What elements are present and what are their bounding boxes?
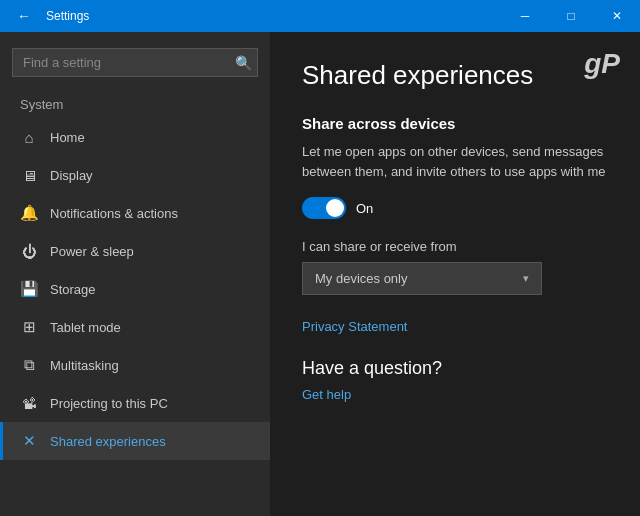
sidebar-item-label: Multitasking xyxy=(50,358,119,373)
maximize-icon: □ xyxy=(567,9,574,23)
sidebar-item-label: Notifications & actions xyxy=(50,206,178,221)
sidebar-item-multitasking[interactable]: ⧉ Multitasking xyxy=(0,346,270,384)
privacy-link[interactable]: Privacy Statement xyxy=(302,319,608,334)
app-body: 🔍 System ⌂ Home 🖥 Display 🔔 Notification… xyxy=(0,32,640,516)
titlebar: ← Settings ─ □ ✕ xyxy=(0,0,640,32)
toggle-label: On xyxy=(356,201,373,216)
shared-icon: ✕ xyxy=(20,432,38,450)
toggle-knob xyxy=(326,199,344,217)
system-label: System xyxy=(0,93,270,118)
have-question-heading: Have a question? xyxy=(302,358,608,379)
projecting-icon: 📽 xyxy=(20,394,38,412)
minimize-icon: ─ xyxy=(521,9,530,23)
devices-dropdown[interactable]: My devices only ▾ xyxy=(302,262,542,295)
section1-desc: Let me open apps on other devices, send … xyxy=(302,142,608,181)
maximize-button[interactable]: □ xyxy=(548,0,594,32)
share-toggle[interactable] xyxy=(302,197,346,219)
toggle-row: On xyxy=(302,197,608,219)
close-icon: ✕ xyxy=(612,9,622,23)
sidebar-item-label: Projecting to this PC xyxy=(50,396,168,411)
sidebar-item-label: Home xyxy=(50,130,85,145)
minimize-button[interactable]: ─ xyxy=(502,0,548,32)
sidebar-item-label: Tablet mode xyxy=(50,320,121,335)
sidebar-item-projecting[interactable]: 📽 Projecting to this PC xyxy=(0,384,270,422)
sidebar-item-home[interactable]: ⌂ Home xyxy=(0,118,270,156)
multitasking-icon: ⧉ xyxy=(20,356,38,374)
share-from-label: I can share or receive from xyxy=(302,239,608,254)
sidebar-item-label: Display xyxy=(50,168,93,183)
sidebar-item-tablet[interactable]: ⊞ Tablet mode xyxy=(0,308,270,346)
sidebar-item-notifications[interactable]: 🔔 Notifications & actions xyxy=(0,194,270,232)
search-icon[interactable]: 🔍 xyxy=(235,55,252,71)
back-button[interactable]: ← xyxy=(10,2,38,30)
search-input[interactable] xyxy=(12,48,258,77)
display-icon: 🖥 xyxy=(20,166,38,184)
get-help-link[interactable]: Get help xyxy=(302,387,608,402)
back-icon: ← xyxy=(17,8,31,24)
sidebar-item-label: Shared experiences xyxy=(50,434,166,449)
sidebar: 🔍 System ⌂ Home 🖥 Display 🔔 Notification… xyxy=(0,32,270,516)
sidebar-item-storage[interactable]: 💾 Storage xyxy=(0,270,270,308)
close-button[interactable]: ✕ xyxy=(594,0,640,32)
dropdown-value: My devices only xyxy=(315,271,407,286)
section1-title: Share across devices xyxy=(302,115,608,132)
home-icon: ⌂ xyxy=(20,128,38,146)
titlebar-title: Settings xyxy=(46,9,89,23)
sidebar-item-label: Power & sleep xyxy=(50,244,134,259)
sidebar-item-display[interactable]: 🖥 Display xyxy=(0,156,270,194)
page-title: Shared experiences xyxy=(302,60,608,91)
power-icon: ⏻ xyxy=(20,242,38,260)
sidebar-item-label: Storage xyxy=(50,282,96,297)
content-area: gP Shared experiences Share across devic… xyxy=(270,32,640,516)
titlebar-left: ← Settings xyxy=(10,2,89,30)
storage-icon: 💾 xyxy=(20,280,38,298)
sidebar-item-shared[interactable]: ✕ Shared experiences xyxy=(0,422,270,460)
chevron-down-icon: ▾ xyxy=(523,272,529,285)
notifications-icon: 🔔 xyxy=(20,204,38,222)
search-container: 🔍 xyxy=(12,48,258,77)
gp-logo: gP xyxy=(584,48,620,80)
tablet-icon: ⊞ xyxy=(20,318,38,336)
titlebar-controls: ─ □ ✕ xyxy=(502,0,640,32)
sidebar-item-power[interactable]: ⏻ Power & sleep xyxy=(0,232,270,270)
